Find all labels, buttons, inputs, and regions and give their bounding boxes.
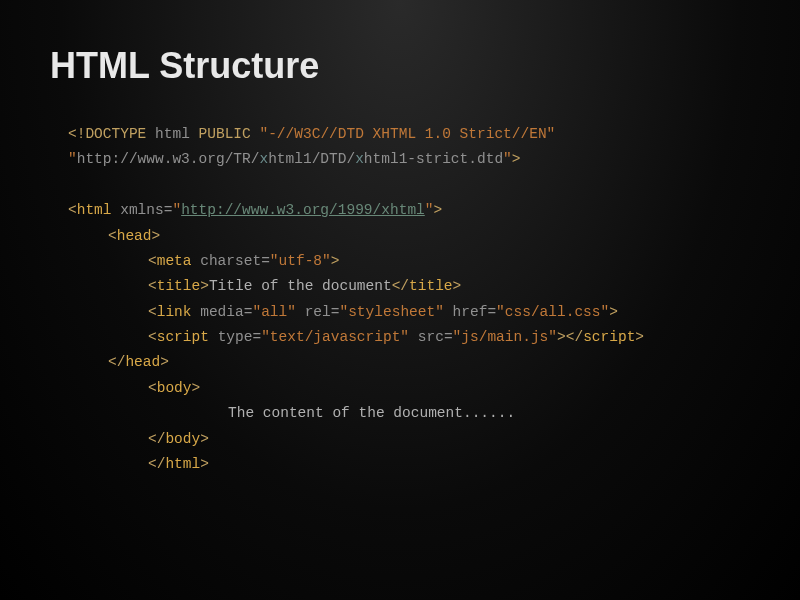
html-open-line: <html xmlns="http://www.w3.org/1999/xhtm… [68, 198, 750, 223]
script-line: <script type="text/javascript" src="js/m… [68, 325, 750, 350]
slide-content: HTML Structure <!DOCTYPE html PUBLIC "-/… [0, 0, 800, 522]
body-open-line: <body> [68, 376, 750, 401]
doctype-line-1: <!DOCTYPE html PUBLIC "-//W3C//DTD XHTML… [68, 122, 750, 147]
head-close-line: </head> [68, 350, 750, 375]
title-line: <title>Title of the document</title> [68, 274, 750, 299]
body-content-line: The content of the document...... [68, 401, 750, 426]
code-block: <!DOCTYPE html PUBLIC "-//W3C//DTD XHTML… [50, 122, 750, 477]
meta-line: <meta charset="utf-8"> [68, 249, 750, 274]
body-close-line: </body> [68, 427, 750, 452]
head-open-line: <head> [68, 224, 750, 249]
html-close-line: </html> [68, 452, 750, 477]
doctype-line-2: "http://www.w3.org/TR/xhtml1/DTD/xhtml1-… [68, 147, 750, 172]
blank-line [68, 173, 750, 198]
slide-title: HTML Structure [50, 45, 750, 87]
link-line: <link media="all" rel="stylesheet" href=… [68, 300, 750, 325]
